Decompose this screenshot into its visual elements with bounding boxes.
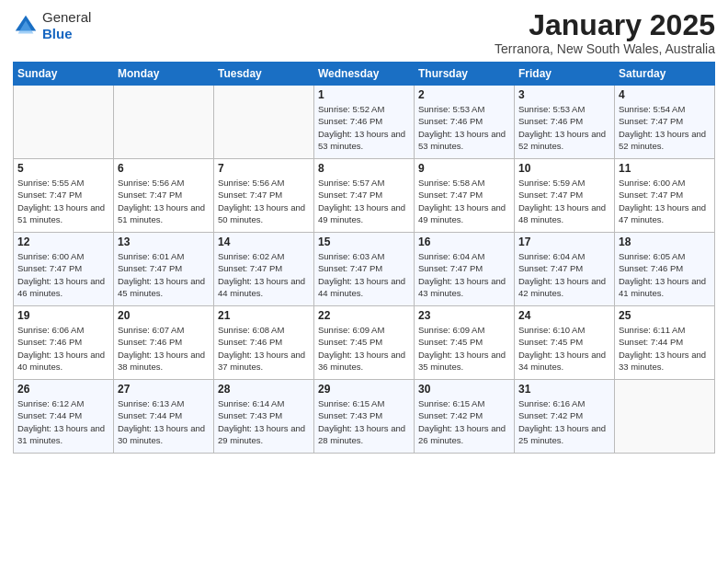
day-info: Sunrise: 6:00 AM Sunset: 7:47 PM Dayligh… xyxy=(619,177,711,225)
table-row: 8Sunrise: 5:57 AM Sunset: 7:47 PM Daylig… xyxy=(314,159,415,233)
table-row: 27Sunrise: 6:13 AM Sunset: 7:44 PM Dayli… xyxy=(114,380,214,454)
day-info: Sunrise: 6:06 AM Sunset: 7:46 PM Dayligh… xyxy=(17,324,109,373)
logo-general: General xyxy=(42,9,91,25)
day-number: 13 xyxy=(118,236,210,248)
day-info: Sunrise: 5:56 AM Sunset: 7:47 PM Dayligh… xyxy=(218,177,310,225)
day-number: 11 xyxy=(619,162,711,175)
day-info: Sunrise: 6:11 AM Sunset: 7:44 PM Dayligh… xyxy=(619,324,711,373)
day-info: Sunrise: 5:52 AM Sunset: 7:46 PM Dayligh… xyxy=(318,103,410,152)
table-row: 4Sunrise: 5:54 AM Sunset: 7:47 PM Daylig… xyxy=(615,86,715,159)
table-row xyxy=(114,86,214,159)
table-row: 1Sunrise: 5:52 AM Sunset: 7:46 PM Daylig… xyxy=(314,86,415,159)
month-title: January 2025 xyxy=(495,9,715,41)
table-row: 15Sunrise: 6:03 AM Sunset: 7:47 PM Dayli… xyxy=(314,233,415,306)
header-tuesday: Tuesday xyxy=(214,63,314,86)
day-number: 8 xyxy=(318,162,410,175)
day-info: Sunrise: 6:16 AM Sunset: 7:42 PM Dayligh… xyxy=(518,397,610,446)
table-row: 30Sunrise: 6:15 AM Sunset: 7:42 PM Dayli… xyxy=(415,380,515,454)
day-number: 31 xyxy=(518,383,610,396)
day-number: 7 xyxy=(218,162,310,175)
table-row: 22Sunrise: 6:09 AM Sunset: 7:45 PM Dayli… xyxy=(314,306,415,380)
day-number: 14 xyxy=(218,236,310,248)
day-number: 17 xyxy=(518,236,610,248)
table-row: 12Sunrise: 6:00 AM Sunset: 7:47 PM Dayli… xyxy=(14,233,114,306)
day-number: 12 xyxy=(17,236,109,248)
table-row: 14Sunrise: 6:02 AM Sunset: 7:47 PM Dayli… xyxy=(214,233,314,306)
day-number: 18 xyxy=(619,236,711,248)
day-number: 3 xyxy=(518,88,610,101)
table-row: 6Sunrise: 5:56 AM Sunset: 7:47 PM Daylig… xyxy=(114,159,214,233)
day-number: 10 xyxy=(518,162,610,175)
day-number: 21 xyxy=(218,309,310,322)
day-info: Sunrise: 5:58 AM Sunset: 7:47 PM Dayligh… xyxy=(418,177,510,225)
table-row: 23Sunrise: 6:09 AM Sunset: 7:45 PM Dayli… xyxy=(415,306,515,380)
calendar-week-row: 12Sunrise: 6:00 AM Sunset: 7:47 PM Dayli… xyxy=(14,233,715,306)
day-info: Sunrise: 5:59 AM Sunset: 7:47 PM Dayligh… xyxy=(518,177,610,225)
day-number: 16 xyxy=(418,236,510,248)
logo-blue: Blue xyxy=(42,26,73,41)
table-row xyxy=(14,86,114,159)
day-number: 22 xyxy=(318,309,410,322)
day-info: Sunrise: 5:53 AM Sunset: 7:46 PM Dayligh… xyxy=(418,103,510,152)
day-info: Sunrise: 6:09 AM Sunset: 7:45 PM Dayligh… xyxy=(318,324,410,373)
page-header: General Blue January 2025 Terranora, New… xyxy=(13,9,715,56)
day-number: 19 xyxy=(17,309,109,322)
calendar-week-row: 1Sunrise: 5:52 AM Sunset: 7:46 PM Daylig… xyxy=(14,86,715,159)
day-number: 1 xyxy=(318,88,410,101)
day-info: Sunrise: 5:55 AM Sunset: 7:47 PM Dayligh… xyxy=(17,177,109,225)
table-row: 20Sunrise: 6:07 AM Sunset: 7:46 PM Dayli… xyxy=(114,306,214,380)
table-row: 29Sunrise: 6:15 AM Sunset: 7:43 PM Dayli… xyxy=(314,380,415,454)
calendar-header-row: Sunday Monday Tuesday Wednesday Thursday… xyxy=(14,63,715,86)
table-row: 11Sunrise: 6:00 AM Sunset: 7:47 PM Dayli… xyxy=(615,159,715,233)
table-row: 24Sunrise: 6:10 AM Sunset: 7:45 PM Dayli… xyxy=(515,306,615,380)
day-info: Sunrise: 6:03 AM Sunset: 7:47 PM Dayligh… xyxy=(318,250,410,299)
header-saturday: Saturday xyxy=(615,63,715,86)
day-number: 23 xyxy=(418,309,510,322)
table-row: 7Sunrise: 5:56 AM Sunset: 7:47 PM Daylig… xyxy=(214,159,314,233)
header-wednesday: Wednesday xyxy=(314,63,415,86)
calendar-week-row: 5Sunrise: 5:55 AM Sunset: 7:47 PM Daylig… xyxy=(14,159,715,233)
day-number: 28 xyxy=(218,383,310,396)
table-row: 9Sunrise: 5:58 AM Sunset: 7:47 PM Daylig… xyxy=(415,159,515,233)
calendar-week-row: 26Sunrise: 6:12 AM Sunset: 7:44 PM Dayli… xyxy=(14,380,715,454)
day-info: Sunrise: 6:04 AM Sunset: 7:47 PM Dayligh… xyxy=(418,250,510,299)
day-number: 27 xyxy=(118,383,210,396)
table-row: 19Sunrise: 6:06 AM Sunset: 7:46 PM Dayli… xyxy=(14,306,114,380)
header-thursday: Thursday xyxy=(415,63,515,86)
table-row: 21Sunrise: 6:08 AM Sunset: 7:46 PM Dayli… xyxy=(214,306,314,380)
day-number: 5 xyxy=(17,162,109,175)
table-row: 17Sunrise: 6:04 AM Sunset: 7:47 PM Dayli… xyxy=(515,233,615,306)
day-info: Sunrise: 6:00 AM Sunset: 7:47 PM Dayligh… xyxy=(17,250,109,299)
header-friday: Friday xyxy=(515,63,615,86)
day-number: 30 xyxy=(418,383,510,396)
day-info: Sunrise: 6:05 AM Sunset: 7:46 PM Dayligh… xyxy=(619,250,711,299)
day-info: Sunrise: 6:13 AM Sunset: 7:44 PM Dayligh… xyxy=(118,397,210,446)
table-row xyxy=(615,380,715,454)
day-info: Sunrise: 6:08 AM Sunset: 7:46 PM Dayligh… xyxy=(218,324,310,373)
table-row: 28Sunrise: 6:14 AM Sunset: 7:43 PM Dayli… xyxy=(214,380,314,454)
table-row: 2Sunrise: 5:53 AM Sunset: 7:46 PM Daylig… xyxy=(415,86,515,159)
table-row: 31Sunrise: 6:16 AM Sunset: 7:42 PM Dayli… xyxy=(515,380,615,454)
table-row xyxy=(214,86,314,159)
table-row: 10Sunrise: 5:59 AM Sunset: 7:47 PM Dayli… xyxy=(515,159,615,233)
day-info: Sunrise: 6:15 AM Sunset: 7:43 PM Dayligh… xyxy=(318,397,410,446)
day-number: 9 xyxy=(418,162,510,175)
day-info: Sunrise: 5:57 AM Sunset: 7:47 PM Dayligh… xyxy=(318,177,410,225)
table-row: 16Sunrise: 6:04 AM Sunset: 7:47 PM Dayli… xyxy=(415,233,515,306)
day-number: 4 xyxy=(619,88,711,101)
day-info: Sunrise: 6:12 AM Sunset: 7:44 PM Dayligh… xyxy=(17,397,109,446)
table-row: 26Sunrise: 6:12 AM Sunset: 7:44 PM Dayli… xyxy=(14,380,114,454)
header-sunday: Sunday xyxy=(14,63,114,86)
day-number: 25 xyxy=(619,309,711,322)
table-row: 18Sunrise: 6:05 AM Sunset: 7:46 PM Dayli… xyxy=(615,233,715,306)
day-info: Sunrise: 5:53 AM Sunset: 7:46 PM Dayligh… xyxy=(518,103,610,152)
calendar-week-row: 19Sunrise: 6:06 AM Sunset: 7:46 PM Dayli… xyxy=(14,306,715,380)
day-number: 20 xyxy=(118,309,210,322)
day-number: 29 xyxy=(318,383,410,396)
logo: General Blue xyxy=(13,9,91,42)
calendar-table: Sunday Monday Tuesday Wednesday Thursday… xyxy=(13,62,715,454)
day-info: Sunrise: 6:10 AM Sunset: 7:45 PM Dayligh… xyxy=(518,324,610,373)
day-info: Sunrise: 5:54 AM Sunset: 7:47 PM Dayligh… xyxy=(619,103,711,152)
day-info: Sunrise: 6:04 AM Sunset: 7:47 PM Dayligh… xyxy=(518,250,610,299)
calendar-page: General Blue January 2025 Terranora, New… xyxy=(0,0,728,563)
